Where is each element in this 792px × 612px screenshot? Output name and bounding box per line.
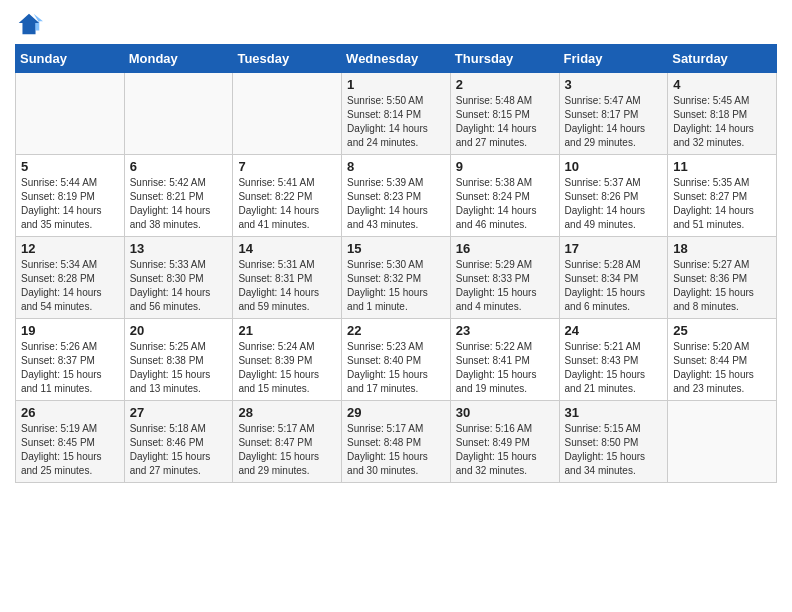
day-info: Sunrise: 5:28 AM Sunset: 8:34 PM Dayligh…	[565, 258, 663, 314]
calendar-week-row: 12Sunrise: 5:34 AM Sunset: 8:28 PM Dayli…	[16, 237, 777, 319]
day-number: 30	[456, 405, 554, 420]
calendar-cell: 12Sunrise: 5:34 AM Sunset: 8:28 PM Dayli…	[16, 237, 125, 319]
day-number: 22	[347, 323, 445, 338]
weekday-header-friday: Friday	[559, 45, 668, 73]
day-info: Sunrise: 5:33 AM Sunset: 8:30 PM Dayligh…	[130, 258, 228, 314]
calendar-cell: 13Sunrise: 5:33 AM Sunset: 8:30 PM Dayli…	[124, 237, 233, 319]
day-info: Sunrise: 5:17 AM Sunset: 8:47 PM Dayligh…	[238, 422, 336, 478]
calendar-cell: 2Sunrise: 5:48 AM Sunset: 8:15 PM Daylig…	[450, 73, 559, 155]
day-number: 29	[347, 405, 445, 420]
day-info: Sunrise: 5:24 AM Sunset: 8:39 PM Dayligh…	[238, 340, 336, 396]
calendar-cell: 30Sunrise: 5:16 AM Sunset: 8:49 PM Dayli…	[450, 401, 559, 483]
day-info: Sunrise: 5:44 AM Sunset: 8:19 PM Dayligh…	[21, 176, 119, 232]
day-info: Sunrise: 5:21 AM Sunset: 8:43 PM Dayligh…	[565, 340, 663, 396]
day-number: 17	[565, 241, 663, 256]
day-info: Sunrise: 5:50 AM Sunset: 8:14 PM Dayligh…	[347, 94, 445, 150]
day-info: Sunrise: 5:45 AM Sunset: 8:18 PM Dayligh…	[673, 94, 771, 150]
day-info: Sunrise: 5:37 AM Sunset: 8:26 PM Dayligh…	[565, 176, 663, 232]
day-info: Sunrise: 5:17 AM Sunset: 8:48 PM Dayligh…	[347, 422, 445, 478]
calendar-cell: 25Sunrise: 5:20 AM Sunset: 8:44 PM Dayli…	[668, 319, 777, 401]
calendar-cell: 16Sunrise: 5:29 AM Sunset: 8:33 PM Dayli…	[450, 237, 559, 319]
weekday-header-saturday: Saturday	[668, 45, 777, 73]
calendar-cell: 27Sunrise: 5:18 AM Sunset: 8:46 PM Dayli…	[124, 401, 233, 483]
calendar-week-row: 1Sunrise: 5:50 AM Sunset: 8:14 PM Daylig…	[16, 73, 777, 155]
calendar-cell: 21Sunrise: 5:24 AM Sunset: 8:39 PM Dayli…	[233, 319, 342, 401]
calendar-cell: 9Sunrise: 5:38 AM Sunset: 8:24 PM Daylig…	[450, 155, 559, 237]
calendar-cell: 15Sunrise: 5:30 AM Sunset: 8:32 PM Dayli…	[342, 237, 451, 319]
day-info: Sunrise: 5:22 AM Sunset: 8:41 PM Dayligh…	[456, 340, 554, 396]
day-number: 2	[456, 77, 554, 92]
day-number: 19	[21, 323, 119, 338]
day-info: Sunrise: 5:38 AM Sunset: 8:24 PM Dayligh…	[456, 176, 554, 232]
day-number: 12	[21, 241, 119, 256]
day-number: 21	[238, 323, 336, 338]
day-info: Sunrise: 5:20 AM Sunset: 8:44 PM Dayligh…	[673, 340, 771, 396]
calendar-cell: 17Sunrise: 5:28 AM Sunset: 8:34 PM Dayli…	[559, 237, 668, 319]
day-info: Sunrise: 5:41 AM Sunset: 8:22 PM Dayligh…	[238, 176, 336, 232]
calendar-cell	[668, 401, 777, 483]
calendar-week-row: 19Sunrise: 5:26 AM Sunset: 8:37 PM Dayli…	[16, 319, 777, 401]
calendar-cell	[16, 73, 125, 155]
day-number: 10	[565, 159, 663, 174]
day-number: 9	[456, 159, 554, 174]
calendar-cell: 20Sunrise: 5:25 AM Sunset: 8:38 PM Dayli…	[124, 319, 233, 401]
day-info: Sunrise: 5:16 AM Sunset: 8:49 PM Dayligh…	[456, 422, 554, 478]
calendar-cell: 4Sunrise: 5:45 AM Sunset: 8:18 PM Daylig…	[668, 73, 777, 155]
day-info: Sunrise: 5:19 AM Sunset: 8:45 PM Dayligh…	[21, 422, 119, 478]
calendar-cell: 8Sunrise: 5:39 AM Sunset: 8:23 PM Daylig…	[342, 155, 451, 237]
day-number: 1	[347, 77, 445, 92]
day-number: 20	[130, 323, 228, 338]
day-number: 31	[565, 405, 663, 420]
day-number: 14	[238, 241, 336, 256]
calendar-cell: 5Sunrise: 5:44 AM Sunset: 8:19 PM Daylig…	[16, 155, 125, 237]
calendar-header: SundayMondayTuesdayWednesdayThursdayFrid…	[16, 45, 777, 73]
day-number: 11	[673, 159, 771, 174]
calendar-cell: 7Sunrise: 5:41 AM Sunset: 8:22 PM Daylig…	[233, 155, 342, 237]
day-number: 23	[456, 323, 554, 338]
day-number: 25	[673, 323, 771, 338]
day-number: 15	[347, 241, 445, 256]
logo-icon	[15, 10, 43, 38]
calendar-cell: 26Sunrise: 5:19 AM Sunset: 8:45 PM Dayli…	[16, 401, 125, 483]
day-number: 24	[565, 323, 663, 338]
calendar-cell: 31Sunrise: 5:15 AM Sunset: 8:50 PM Dayli…	[559, 401, 668, 483]
day-info: Sunrise: 5:15 AM Sunset: 8:50 PM Dayligh…	[565, 422, 663, 478]
calendar-cell	[124, 73, 233, 155]
day-number: 28	[238, 405, 336, 420]
calendar-cell: 22Sunrise: 5:23 AM Sunset: 8:40 PM Dayli…	[342, 319, 451, 401]
calendar-cell: 19Sunrise: 5:26 AM Sunset: 8:37 PM Dayli…	[16, 319, 125, 401]
page-header	[15, 10, 777, 38]
day-info: Sunrise: 5:27 AM Sunset: 8:36 PM Dayligh…	[673, 258, 771, 314]
day-number: 5	[21, 159, 119, 174]
day-info: Sunrise: 5:31 AM Sunset: 8:31 PM Dayligh…	[238, 258, 336, 314]
day-number: 16	[456, 241, 554, 256]
calendar-cell: 18Sunrise: 5:27 AM Sunset: 8:36 PM Dayli…	[668, 237, 777, 319]
day-info: Sunrise: 5:34 AM Sunset: 8:28 PM Dayligh…	[21, 258, 119, 314]
day-info: Sunrise: 5:23 AM Sunset: 8:40 PM Dayligh…	[347, 340, 445, 396]
weekday-header-monday: Monday	[124, 45, 233, 73]
calendar-cell: 1Sunrise: 5:50 AM Sunset: 8:14 PM Daylig…	[342, 73, 451, 155]
day-info: Sunrise: 5:29 AM Sunset: 8:33 PM Dayligh…	[456, 258, 554, 314]
day-info: Sunrise: 5:26 AM Sunset: 8:37 PM Dayligh…	[21, 340, 119, 396]
weekday-header-wednesday: Wednesday	[342, 45, 451, 73]
calendar-cell: 6Sunrise: 5:42 AM Sunset: 8:21 PM Daylig…	[124, 155, 233, 237]
calendar-cell: 10Sunrise: 5:37 AM Sunset: 8:26 PM Dayli…	[559, 155, 668, 237]
day-info: Sunrise: 5:35 AM Sunset: 8:27 PM Dayligh…	[673, 176, 771, 232]
day-info: Sunrise: 5:25 AM Sunset: 8:38 PM Dayligh…	[130, 340, 228, 396]
weekday-header-thursday: Thursday	[450, 45, 559, 73]
day-number: 13	[130, 241, 228, 256]
day-number: 4	[673, 77, 771, 92]
calendar-cell: 11Sunrise: 5:35 AM Sunset: 8:27 PM Dayli…	[668, 155, 777, 237]
day-number: 8	[347, 159, 445, 174]
day-number: 27	[130, 405, 228, 420]
weekday-header-tuesday: Tuesday	[233, 45, 342, 73]
day-info: Sunrise: 5:30 AM Sunset: 8:32 PM Dayligh…	[347, 258, 445, 314]
calendar-cell: 14Sunrise: 5:31 AM Sunset: 8:31 PM Dayli…	[233, 237, 342, 319]
day-info: Sunrise: 5:48 AM Sunset: 8:15 PM Dayligh…	[456, 94, 554, 150]
day-info: Sunrise: 5:42 AM Sunset: 8:21 PM Dayligh…	[130, 176, 228, 232]
calendar-table: SundayMondayTuesdayWednesdayThursdayFrid…	[15, 44, 777, 483]
weekday-header-sunday: Sunday	[16, 45, 125, 73]
logo	[15, 10, 47, 38]
calendar-cell	[233, 73, 342, 155]
day-info: Sunrise: 5:39 AM Sunset: 8:23 PM Dayligh…	[347, 176, 445, 232]
